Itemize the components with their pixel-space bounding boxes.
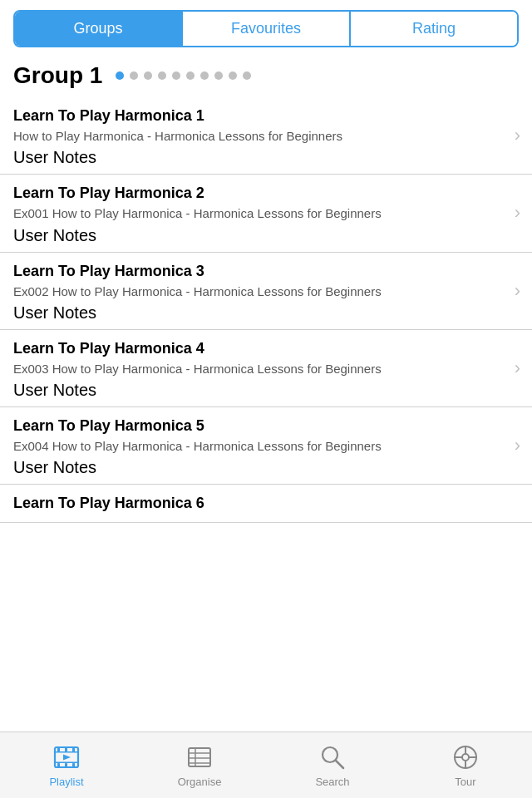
page-dot-4[interactable] (172, 71, 180, 80)
page-dot-9[interactable] (243, 71, 251, 80)
tour-icon (451, 742, 480, 772)
item-subtitle: Ex003 How to Play Harmonica - Harmonica … (13, 361, 519, 377)
organise-label: Organise (178, 776, 222, 788)
page-dot-8[interactable] (229, 71, 237, 80)
list-item[interactable]: Learn To Play Harmonica 4Ex003 How to Pl… (0, 330, 532, 407)
item-subtitle: How to Play Harmonica - Harmonica Lesson… (13, 128, 519, 145)
page-dot-2[interactable] (144, 71, 152, 80)
page-dot-7[interactable] (214, 71, 223, 80)
svg-point-18 (462, 754, 469, 761)
item-title: Learn To Play Harmonica 4 (13, 340, 519, 357)
nav-item-playlist[interactable]: Playlist (0, 742, 133, 788)
nav-item-organise[interactable]: Organise (133, 742, 266, 788)
item-notes: User Notes (13, 458, 519, 477)
nav-item-tour[interactable]: Tour (399, 742, 532, 788)
list-container: Learn To Play Harmonica 1How to Play Har… (0, 97, 532, 779)
svg-rect-6 (57, 763, 60, 767)
list-item[interactable]: Learn To Play Harmonica 6 (0, 485, 532, 523)
page-dot-1[interactable] (130, 71, 138, 80)
item-title: Learn To Play Harmonica 3 (13, 263, 519, 280)
list-item[interactable]: Learn To Play Harmonica 3Ex002 How to Pl… (0, 253, 532, 330)
item-title: Learn To Play Harmonica 5 (13, 417, 519, 435)
chevron-right-icon: › (515, 202, 520, 224)
list-item[interactable]: Learn To Play Harmonica 5Ex004 How to Pl… (0, 407, 532, 485)
svg-marker-9 (63, 755, 71, 761)
svg-rect-7 (65, 763, 67, 767)
item-title: Learn To Play Harmonica 1 (13, 107, 519, 125)
organise-icon (185, 742, 214, 772)
group-title: Group 1 (13, 62, 102, 89)
item-notes: User Notes (13, 226, 519, 245)
group-header: Group 1 (0, 56, 532, 97)
svg-rect-8 (72, 763, 75, 767)
svg-rect-4 (65, 747, 67, 751)
bottom-nav-bar: Playlist Organise Search (0, 732, 532, 798)
top-tab-bar: Groups Favourites Rating (13, 10, 519, 47)
page-dots (116, 71, 251, 80)
item-title: Learn To Play Harmonica 6 (13, 495, 519, 512)
nav-item-search[interactable]: Search (266, 742, 399, 788)
item-subtitle: Ex002 How to Play Harmonica - Harmonica … (13, 283, 519, 300)
tab-groups[interactable]: Groups (15, 12, 183, 46)
svg-rect-2 (55, 762, 78, 764)
page-dot-0[interactable] (116, 71, 124, 80)
chevron-right-icon: › (515, 125, 520, 146)
chevron-right-icon: › (515, 357, 520, 379)
playlist-label: Playlist (49, 776, 83, 788)
item-subtitle: Ex001 How to Play Harmonica - Harmonica … (13, 205, 519, 222)
svg-rect-5 (72, 747, 75, 751)
page-dot-3[interactable] (158, 71, 166, 80)
item-notes: User Notes (13, 148, 519, 167)
list-item[interactable]: Learn To Play Harmonica 2Ex001 How to Pl… (0, 175, 532, 252)
chevron-right-icon: › (515, 280, 520, 302)
svg-rect-3 (57, 747, 60, 751)
playlist-icon (52, 742, 81, 772)
page-dot-5[interactable] (186, 71, 195, 80)
chevron-right-icon: › (515, 435, 520, 456)
tour-label: Tour (455, 776, 475, 788)
item-notes: User Notes (13, 381, 519, 400)
search-label: Search (315, 776, 349, 788)
tab-rating[interactable]: Rating (351, 12, 517, 46)
item-subtitle: Ex004 How to Play Harmonica - Harmonica … (13, 438, 519, 455)
item-title: Learn To Play Harmonica 2 (13, 185, 519, 202)
svg-line-16 (336, 761, 343, 768)
item-notes: User Notes (13, 303, 519, 323)
list-item[interactable]: Learn To Play Harmonica 1How to Play Har… (0, 97, 532, 175)
svg-rect-1 (55, 751, 78, 753)
search-icon (318, 742, 347, 772)
tab-favourites[interactable]: Favourites (183, 12, 351, 46)
page-dot-6[interactable] (200, 71, 209, 80)
